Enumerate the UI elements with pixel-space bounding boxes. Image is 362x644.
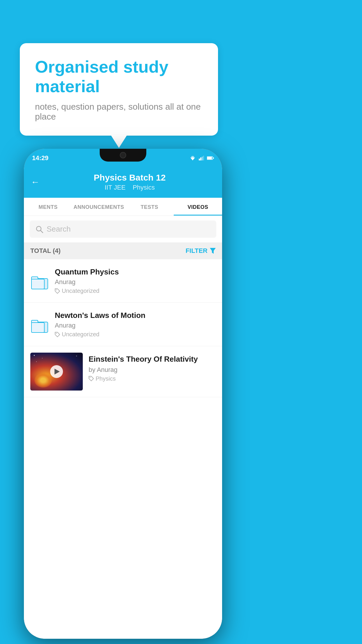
battery-icon — [207, 156, 214, 160]
svg-rect-5 — [202, 157, 203, 160]
tag-icon-3 — [89, 376, 94, 381]
play-triangle — [55, 369, 60, 374]
svg-rect-4 — [200, 158, 201, 160]
play-button[interactable] — [50, 365, 63, 378]
star-4 — [76, 356, 77, 356]
item-title: Quantum Physics — [55, 267, 216, 276]
phone-screen: 14:29 — [24, 149, 222, 639]
star-3 — [36, 361, 37, 362]
signal-icon — [199, 156, 204, 160]
list-item-video[interactable]: Einstein's Theory Of Relativity by Anura… — [24, 346, 222, 397]
folder-icon-wrap-2 — [30, 315, 49, 334]
bubble-subtitle: notes, question papers, solutions all at… — [35, 102, 203, 122]
front-camera — [120, 152, 126, 158]
svg-rect-8 — [207, 157, 212, 159]
video-item-content: Einstein's Theory Of Relativity by Anura… — [89, 353, 216, 382]
item-tag-label: Uncategorized — [62, 288, 99, 294]
filter-button[interactable]: FILTER — [186, 247, 216, 255]
tag-icon — [55, 288, 60, 294]
app-header: ← Physics Batch 12 IIT JEE Physics — [24, 167, 222, 198]
svg-point-13 — [56, 289, 57, 290]
search-bar[interactable]: Search — [30, 220, 216, 238]
video-item-tag: Physics — [89, 375, 216, 382]
tab-tests[interactable]: TESTS — [125, 198, 174, 216]
wifi-icon — [189, 156, 196, 160]
header-title: Physics Batch 12 — [44, 173, 215, 183]
video-thumbnail — [30, 353, 83, 391]
phone-frame: 14:29 — [24, 149, 222, 639]
header-tag-physics: Physics — [133, 184, 155, 191]
header-tag-iitjee: IIT JEE — [105, 184, 126, 191]
header-center: Physics Batch 12 IIT JEE Physics — [44, 173, 215, 191]
svg-point-14 — [56, 333, 57, 334]
status-icons — [189, 156, 214, 160]
thumbnail-bg — [30, 353, 83, 391]
search-placeholder: Search — [47, 225, 71, 234]
item-content: Quantum Physics Anurag Uncategorized — [55, 267, 216, 294]
svg-rect-9 — [213, 158, 214, 159]
status-bar: 14:29 — [24, 149, 222, 167]
phone-notch — [100, 149, 146, 162]
filter-label: FILTER — [186, 247, 208, 255]
bubble-title: Organised study material — [35, 57, 203, 96]
folder-icon-wrap — [30, 272, 49, 290]
folder-front-2 — [31, 322, 45, 333]
svg-rect-3 — [199, 159, 200, 160]
filter-bar: TOTAL (4) FILTER — [24, 242, 222, 259]
tabs-bar: MENTS ANNOUNCEMENTS TESTS VIDEOS — [24, 198, 222, 216]
item-tag-2: Uncategorized — [55, 331, 216, 338]
star-2 — [42, 358, 43, 358]
item-author: Anurag — [55, 278, 216, 286]
item-author-2: Anurag — [55, 322, 216, 329]
filter-icon — [210, 248, 216, 254]
svg-point-15 — [90, 377, 91, 378]
star-1 — [34, 355, 35, 356]
item-title-2: Newton's Laws of Motion — [55, 311, 216, 320]
item-content-2: Newton's Laws of Motion Anurag Uncategor… — [55, 311, 216, 338]
item-tag: Uncategorized — [55, 288, 216, 294]
search-icon — [36, 225, 43, 233]
content-list: Quantum Physics Anurag Uncategorized — [24, 259, 222, 639]
svg-line-11 — [41, 230, 43, 233]
video-item-author: by Anurag — [89, 366, 216, 374]
tag-icon-2 — [55, 332, 60, 337]
total-count: TOTAL (4) — [30, 247, 61, 255]
tab-videos[interactable]: VIDEOS — [174, 198, 222, 216]
speech-bubble: Organised study material notes, question… — [20, 43, 218, 136]
header-tags: IIT JEE Physics — [44, 184, 215, 191]
list-item[interactable]: Quantum Physics Anurag Uncategorized — [24, 259, 222, 303]
video-item-title: Einstein's Theory Of Relativity — [89, 354, 216, 364]
list-item[interactable]: Newton's Laws of Motion Anurag Uncategor… — [24, 303, 222, 346]
video-tag-label: Physics — [96, 375, 116, 382]
svg-marker-12 — [210, 248, 216, 254]
planet — [34, 373, 52, 388]
item-tag-label-2: Uncategorized — [62, 331, 99, 338]
status-time: 14:29 — [32, 154, 48, 162]
svg-rect-6 — [203, 156, 204, 160]
tab-ments[interactable]: MENTS — [24, 198, 72, 216]
search-bar-wrapper: Search — [24, 216, 222, 242]
tab-announcements[interactable]: ANNOUNCEMENTS — [72, 198, 125, 216]
back-button[interactable]: ← — [31, 177, 40, 187]
folder-front — [31, 279, 45, 289]
